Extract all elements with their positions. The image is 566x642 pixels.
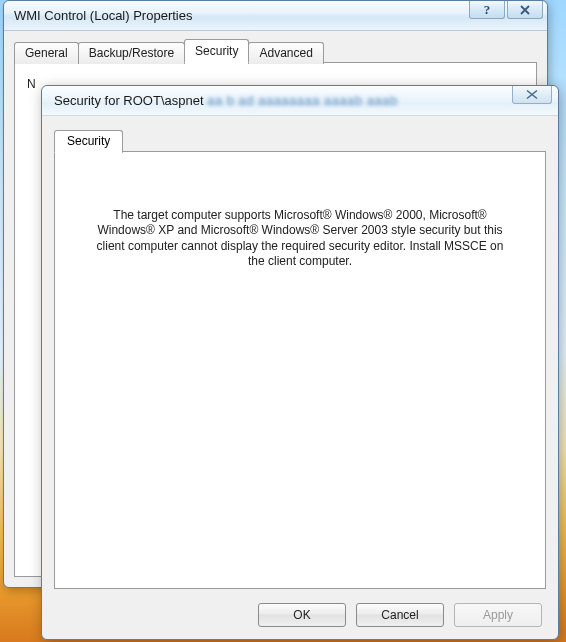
parent-titlebar-buttons: ? (469, 1, 547, 30)
desktop-background: WMI Control (Local) Properties ? General… (0, 0, 566, 642)
close-button[interactable] (507, 1, 543, 19)
close-icon (523, 89, 541, 100)
child-titlebar[interactable]: Security for ROOT\aspnet aa b ad aaaaaaa… (42, 86, 558, 116)
child-title: Security for ROOT\aspnet aa b ad aaaaaaa… (54, 93, 512, 108)
child-title-blurred: aa b ad aaaaaaaa aaaab aaab (207, 93, 398, 108)
help-button[interactable]: ? (469, 1, 505, 19)
tab-security[interactable]: Security (184, 39, 249, 63)
parent-titlebar[interactable]: WMI Control (Local) Properties ? (4, 1, 547, 31)
help-icon: ? (484, 2, 491, 18)
cancel-button[interactable]: Cancel (356, 603, 444, 627)
obscured-text-fragment: N (27, 77, 36, 91)
tab-backup-restore[interactable]: Backup/Restore (78, 42, 185, 64)
close-icon (519, 5, 531, 15)
apply-button: Apply (454, 603, 542, 627)
child-tabpane: The target computer supports Microsoft® … (54, 151, 546, 589)
parent-tabstrip: General Backup/Restore Security Advanced (14, 39, 537, 63)
child-button-row: OK Cancel Apply (258, 603, 542, 627)
child-close-button[interactable] (512, 86, 552, 104)
child-body: Security The target computer supports Mi… (54, 128, 546, 589)
child-title-text: Security for ROOT\aspnet (54, 93, 204, 108)
child-tabstrip: Security (54, 128, 546, 152)
parent-title: WMI Control (Local) Properties (14, 8, 469, 23)
tab-advanced[interactable]: Advanced (248, 42, 323, 64)
child-tab-security[interactable]: Security (54, 130, 123, 153)
message-text: The target computer supports Microsoft® … (89, 208, 511, 269)
security-for-root-dialog: Security for ROOT\aspnet aa b ad aaaaaaa… (41, 85, 559, 640)
ok-button[interactable]: OK (258, 603, 346, 627)
tab-general[interactable]: General (14, 42, 79, 64)
